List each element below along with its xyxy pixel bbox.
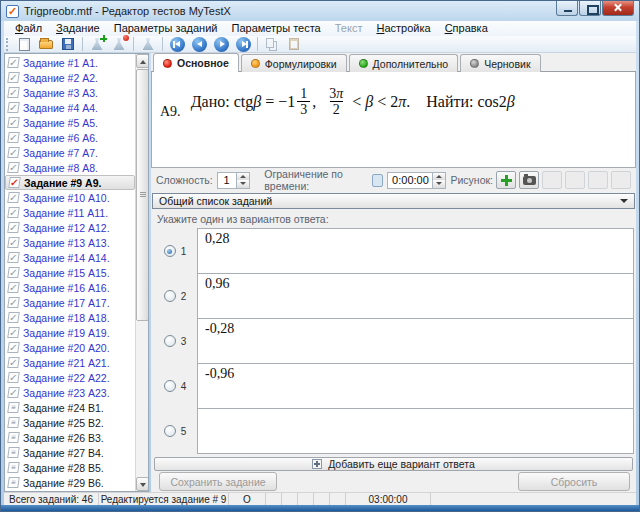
task-list-item[interactable]: ≡ Задание #27 B4. [5,445,135,460]
answer-radio[interactable] [164,290,176,302]
task-list-item[interactable]: ✓ Задание #9 A9. [5,175,135,190]
answer-text-input[interactable]: 0,96 [197,273,634,319]
task-list-item[interactable]: ≡ Задание #29 B6. [5,475,135,490]
reset-button[interactable]: Сбросить [518,472,630,491]
answer-radio[interactable] [164,245,176,257]
answer-radio[interactable] [164,335,176,347]
add-answer-button[interactable]: Добавить еще вариант ответа [154,457,633,471]
tab[interactable]: Черновик [460,54,540,72]
maximize-button[interactable] [579,1,601,16]
time-limit-value[interactable]: 0:00:00 [387,172,433,189]
nav-prev-button[interactable] [189,36,209,52]
task-list-item[interactable]: ✓ Задание #15 A15. [5,265,135,280]
answer-radio[interactable] [164,380,176,392]
spin-up-icon[interactable] [433,173,445,181]
time-limit-checkbox[interactable] [372,174,383,187]
answer-text-input[interactable]: -0,28 [197,318,634,364]
new-file-button[interactable] [14,36,34,52]
screenshot-button[interactable] [519,171,539,189]
answer-radio-cell: 4 [153,363,197,409]
tab[interactable]: Основное [153,53,239,72]
paste-button[interactable] [284,36,304,52]
picture-slot-button[interactable] [588,171,608,189]
delete-question-button[interactable] [109,36,129,52]
task-list-item[interactable]: ✓ Задание #7 A7. [5,145,135,160]
task-list-item[interactable]: ✓ Задание #16 A16. [5,280,135,295]
task-list-item[interactable]: ✓ Задание #6 A6. [5,130,135,145]
task-list-item[interactable]: ✓ Задание #18 A18. [5,310,135,325]
task-list-item[interactable]: ≡ Задание #26 B3. [5,430,135,445]
minimize-button[interactable] [556,1,578,16]
nav-last-button[interactable] [233,36,253,52]
picture-slot-button[interactable] [611,171,631,189]
task-list-item[interactable]: ✓ Задание #14 A14. [5,250,135,265]
copy-button[interactable] [262,36,282,52]
menu-item[interactable]: Файл [8,21,49,36]
spin-up-icon[interactable] [237,173,249,181]
menu-item[interactable]: Текст [328,21,370,36]
answer-text-input[interactable]: 0,28 [197,228,634,274]
task-list-item[interactable]: ✓ Задание #8 A8. [5,160,135,175]
save-file-button[interactable] [58,36,78,52]
open-file-button[interactable] [36,36,56,52]
nav-first-button[interactable] [167,36,187,52]
spin-down-icon[interactable] [237,180,249,188]
answer-radio[interactable] [164,425,176,437]
picture-slot-button[interactable] [542,171,562,189]
task-list-item[interactable]: ✓ Задание #23 A23. [5,385,135,400]
tab[interactable]: Дополнительно [349,54,459,72]
menu-item[interactable]: Задание [49,21,107,36]
question-text-area[interactable]: A9. Дано: ctgβ = −113, 3π2 < β < 2π.Найт… [151,72,636,168]
task-list-item[interactable]: ✓ Задание #10 A10. [5,190,135,205]
task-list-item[interactable]: ✓ Задание #12 A12. [5,220,135,235]
save-task-button[interactable]: Сохранить задание [159,472,277,491]
app-window: Trigpreobr.mtf - Редактор тестов MyTestX… [0,0,640,512]
task-list-item[interactable]: ✓ Задание #1 A1. [5,55,135,70]
answer-text-input[interactable] [197,408,634,454]
scroll-down-icon[interactable] [136,477,149,491]
tab-label: Формулировки [265,58,337,70]
answer-text-input[interactable]: -0,96 [197,363,634,409]
status-panel [314,493,330,505]
task-list-item[interactable]: ✓ Задание #11 A11. [5,205,135,220]
task-list-item[interactable]: ✓ Задание #20 A20. [5,340,135,355]
camera-icon [523,176,536,185]
time-limit-label: Ограничение по времени: [264,168,368,192]
radio-dot-icon [167,384,172,389]
picture-slot-button[interactable] [565,171,585,189]
task-list-item[interactable]: ✓ Задание #17 A17. [5,295,135,310]
menu-item[interactable]: Параметры заданий [107,21,225,36]
task-check-icon: ✓ [7,102,20,113]
difficulty-value[interactable]: 1 [217,172,237,189]
nav-next-button[interactable] [211,36,231,52]
question-group-select[interactable]: Общий список заданий [152,193,635,209]
task-check-icon: ≡ [7,417,20,428]
task-list-item[interactable]: ≡ Задание #25 B2. [5,415,135,430]
task-list-item[interactable]: ✓ Задание #22 A22. [5,370,135,385]
task-check-icon: ≡ [7,447,20,458]
menu-item[interactable]: Параметры теста [224,21,327,36]
task-list-item[interactable]: ✓ Задание #5 A5. [5,115,135,130]
save-floppy-icon [62,38,74,50]
menu-item[interactable]: Настройка [369,21,437,36]
task-list-item[interactable]: ✓ Задание #3 A3. [5,85,135,100]
task-list-item[interactable]: ✓ Задание #21 A21. [5,355,135,370]
task-list-item[interactable]: ✓ Задание #4 A4. [5,100,135,115]
add-picture-button[interactable] [496,171,516,189]
question-list-button[interactable] [138,36,158,52]
tab-label: Черновик [484,58,530,70]
add-question-button[interactable] [87,36,107,52]
tab[interactable]: Формулировки [241,54,347,72]
task-list-item[interactable]: ✓ Задание #19 A19. [5,325,135,340]
task-list-scrollbar[interactable] [135,54,148,491]
close-button[interactable] [602,1,634,16]
menu-item[interactable]: Справка [438,21,495,36]
spin-down-icon[interactable] [433,180,445,188]
task-list-item[interactable]: ≡ Задание #28 B5. [5,460,135,475]
scroll-up-icon[interactable] [136,54,149,68]
task-list-item[interactable]: ✓ Задание #2 A2. [5,70,135,85]
task-list-item[interactable]: ≡ Задание #24 B1. [5,400,135,415]
task-list-item[interactable]: ✓ Задание #13 A13. [5,235,135,250]
scrollbar-thumb[interactable] [136,69,149,321]
time-spin-arrows [433,172,446,189]
